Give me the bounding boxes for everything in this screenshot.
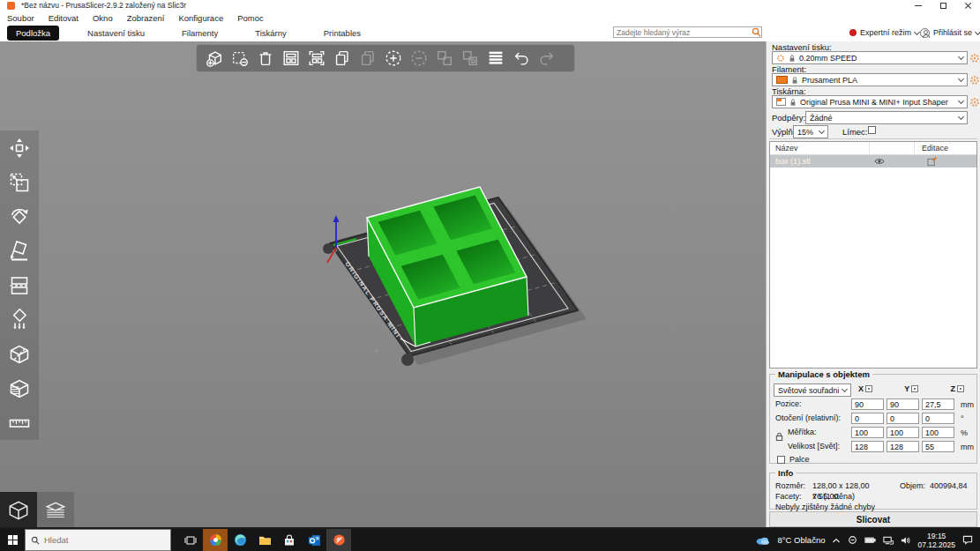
supports-value: Žádné — [810, 114, 955, 123]
task-view-button[interactable] — [178, 529, 203, 551]
split-parts-icon[interactable] — [460, 48, 481, 69]
rotate-tool-icon[interactable] — [8, 205, 32, 228]
scale-tool-icon[interactable] — [8, 170, 32, 194]
login-button[interactable]: Přihlásit se — [920, 26, 980, 39]
minimize-button[interactable] — [909, 0, 928, 11]
edge-app-button[interactable] — [228, 529, 252, 551]
menu-konfigurace[interactable]: Konfigurace — [178, 13, 223, 23]
weather-text[interactable]: 8°C Oblačno — [777, 535, 825, 545]
visibility-eye-icon[interactable] — [874, 157, 885, 166]
edit-object-icon[interactable] — [927, 157, 937, 167]
settings-search-input[interactable] — [614, 28, 752, 37]
print-settings-combo[interactable]: 0.20mm SPEED — [772, 51, 968, 64]
tab-nastaveni-tisku[interactable]: Nastavení tisku — [79, 26, 153, 41]
layers-icon — [43, 498, 68, 523]
rotation-z-input[interactable] — [922, 413, 954, 424]
tab-tiskarny[interactable]: Tiskárny — [246, 26, 295, 41]
start-button[interactable] — [0, 529, 25, 551]
tab-printables[interactable]: Printables — [315, 26, 370, 41]
object-list-header: Název Editace — [770, 142, 976, 155]
prusaslicer-app-button[interactable] — [326, 529, 351, 551]
position-y-input[interactable] — [886, 398, 919, 410]
measure-tool-icon[interactable] — [8, 411, 32, 435]
preview-view-button[interactable] — [37, 492, 74, 529]
axis-y-header: Y — [904, 384, 918, 393]
uniform-scale-lock-icon[interactable] — [775, 431, 783, 442]
clock[interactable]: 19:15 07.12.2025 — [917, 532, 955, 549]
menu-soubor[interactable]: Soubor — [7, 13, 34, 23]
close-button[interactable] — [958, 0, 977, 11]
scale-y-input[interactable] — [886, 427, 919, 438]
move-tool-icon[interactable] — [8, 136, 32, 160]
tray-app-icon[interactable] — [848, 535, 857, 545]
battery-icon[interactable] — [864, 536, 876, 544]
place-on-face-tool-icon[interactable] — [8, 239, 32, 263]
size-x-input[interactable] — [851, 441, 884, 452]
variable-layer-height-icon[interactable] — [485, 48, 506, 69]
size-z-input[interactable] — [922, 441, 954, 452]
add-object-icon[interactable] — [204, 48, 225, 69]
mode-selector[interactable]: Expertní režim — [849, 26, 919, 39]
rotation-y-input[interactable] — [886, 413, 919, 424]
object-row-selected[interactable]: box (1).stl — [770, 155, 976, 168]
filament-combo[interactable]: Prusament PLA — [772, 73, 968, 86]
taskbar-search-input[interactable] — [44, 535, 141, 545]
slice-button[interactable]: Slicovat — [769, 511, 977, 527]
editor-3d-view-button[interactable] — [0, 492, 37, 529]
rotation-x-input[interactable] — [851, 413, 884, 424]
paint-supports-tool-icon[interactable] — [8, 308, 32, 331]
split-objects-icon[interactable] — [434, 48, 455, 69]
undo-icon[interactable] — [511, 48, 532, 69]
coordinate-system-combo[interactable]: Světové souřadnice — [774, 383, 851, 397]
tab-podlozka[interactable]: Podložka — [7, 26, 59, 41]
file-explorer-button[interactable] — [252, 529, 277, 551]
scale-z-input[interactable] — [922, 427, 954, 438]
position-z-input[interactable] — [922, 398, 954, 410]
seam-tool-icon[interactable] — [8, 342, 32, 366]
delete-object-icon[interactable] — [229, 48, 251, 69]
store-app-button[interactable] — [277, 529, 302, 551]
supports-combo[interactable]: Žádné — [805, 111, 968, 124]
menu-editovat[interactable]: Editovat — [49, 13, 79, 23]
notification-center-icon[interactable] — [962, 535, 973, 545]
arrange-bed-icon[interactable] — [306, 48, 327, 69]
infill-combo[interactable]: 15% — [793, 125, 828, 138]
brim-checkbox[interactable] — [868, 126, 876, 134]
scale-x-input[interactable] — [851, 427, 884, 438]
axis-z-icon[interactable] — [957, 385, 964, 392]
redo-icon[interactable] — [536, 48, 557, 69]
copy-icon[interactable] — [332, 48, 353, 69]
brim-label: Límec: — [842, 127, 868, 137]
printer-combo[interactable]: Original Prusa MINI & MINI+ Input Shaper — [772, 95, 968, 108]
axis-y-icon[interactable] — [911, 385, 918, 392]
filament-gear-button[interactable] — [969, 75, 980, 86]
position-x-input[interactable] — [851, 398, 884, 410]
add-instance-icon[interactable] — [383, 48, 404, 69]
copilot-app-button[interactable] — [203, 529, 228, 551]
menu-pomoc[interactable]: Pomoc — [237, 13, 264, 23]
outlook-app-button[interactable] — [302, 529, 326, 551]
network-icon[interactable] — [883, 536, 894, 545]
cut-tool-icon[interactable] — [8, 273, 32, 297]
user-icon — [920, 28, 930, 38]
inches-checkbox[interactable] — [777, 456, 785, 464]
volume-icon[interactable] — [901, 536, 910, 545]
fuzzy-skin-tool-icon[interactable] — [8, 376, 32, 400]
paste-icon[interactable] — [357, 48, 378, 69]
printer-gear-button[interactable] — [969, 97, 980, 108]
delete-all-icon[interactable] — [255, 48, 276, 69]
viewport-3d[interactable]: ORIGINAL PRUSA MINI — [0, 41, 766, 529]
tab-filamenty[interactable]: Filamenty — [173, 26, 227, 41]
lock-icon — [791, 76, 798, 85]
arrange-icon[interactable] — [281, 48, 302, 69]
tray-expand-chevron-icon[interactable] — [832, 537, 841, 544]
taskbar-search-box[interactable] — [25, 529, 171, 551]
size-info-label: Rozměr: — [775, 481, 805, 490]
maximize-button[interactable] — [933, 0, 953, 11]
print-settings-gear-button[interactable] — [969, 53, 980, 63]
menu-zobrazeni[interactable]: Zobrazení — [127, 13, 165, 23]
size-y-input[interactable] — [886, 441, 919, 452]
menu-okno[interactable]: Okno — [93, 13, 113, 23]
axis-x-icon[interactable] — [865, 385, 872, 392]
remove-instance-icon[interactable] — [408, 48, 430, 69]
